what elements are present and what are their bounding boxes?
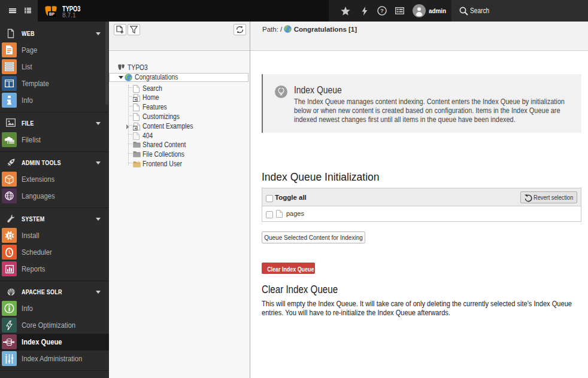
svg-text:?: ? [380,7,384,14]
